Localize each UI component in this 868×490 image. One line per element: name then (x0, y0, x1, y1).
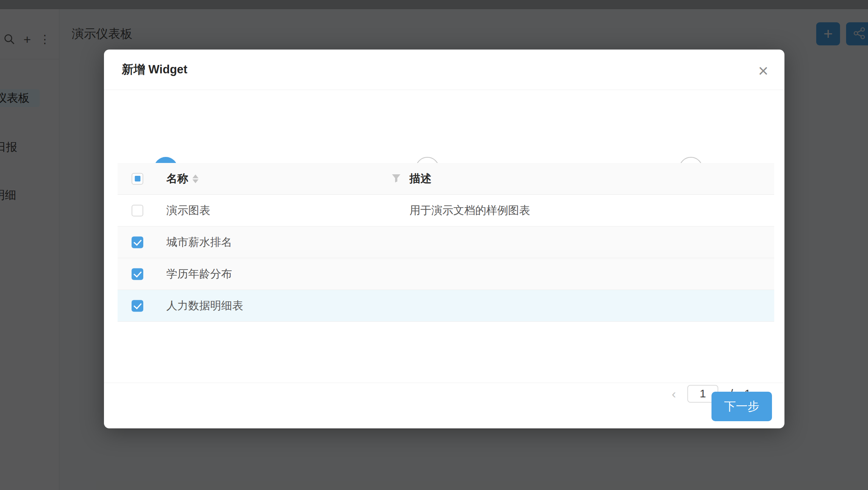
table-row[interactable]: 演示图表 用于演示文档的样例图表 (118, 195, 774, 226)
row-desc: 用于演示文档的样例图表 (409, 203, 530, 218)
filter-icon[interactable] (391, 173, 401, 185)
row-checkbox-checked[interactable] (132, 268, 143, 280)
row-name: 人力数据明细表 (166, 298, 243, 313)
column-header-name[interactable]: 名称 (166, 171, 188, 186)
table-row[interactable]: 人力数据明细表 (118, 290, 774, 322)
column-header-desc: 描述 (409, 171, 431, 186)
modal-footer: 下一步 (104, 383, 784, 428)
row-checkbox-checked[interactable] (132, 236, 143, 248)
row-checkbox-checked[interactable] (132, 300, 143, 312)
table-header-row: 名称 描述 (118, 163, 774, 195)
next-step-button[interactable]: 下一步 (711, 392, 772, 421)
screen: + ⋮ 仪表板 日报 明细 演示仪表板 + (0, 0, 868, 490)
select-all-checkbox[interactable] (132, 173, 143, 185)
row-name: 学历年龄分布 (166, 267, 232, 282)
row-name: 城市薪水排名 (166, 235, 232, 250)
modal-title: 新增 Widget (122, 62, 188, 78)
close-icon[interactable]: × (753, 60, 774, 81)
stepper: 1 Widget 2 数据更新 3 完成 (104, 90, 784, 163)
row-checkbox-unchecked[interactable] (132, 205, 143, 216)
add-widget-modal: 新增 Widget × 1 Widget 2 数据更新 3 完成 名称 (104, 50, 784, 428)
sort-icon[interactable] (192, 174, 198, 183)
row-name: 演示图表 (166, 203, 210, 218)
widget-table: 名称 描述 演示图表 用于演示文档的样例图表 城市薪水排名 (118, 163, 774, 322)
table-row[interactable]: 城市薪水排名 (118, 226, 774, 258)
modal-header: 新增 Widget × (104, 50, 784, 90)
table-row[interactable]: 学历年龄分布 (118, 258, 774, 290)
